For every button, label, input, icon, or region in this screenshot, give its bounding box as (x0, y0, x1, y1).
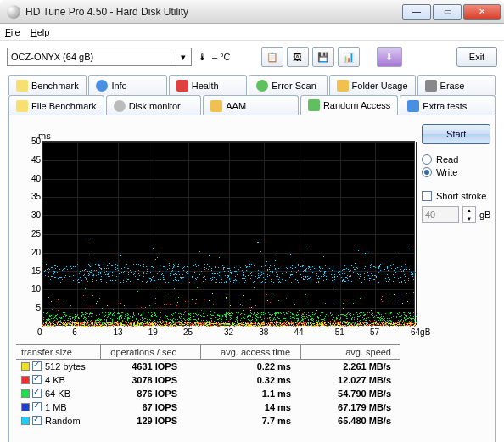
table-row: 64 KB876 IOPS1.1 ms54.790 MB/s (16, 387, 400, 400)
table-row: 1 MB67 IOPS14 ms67.179 MB/s (16, 400, 400, 414)
radio-read[interactable]: Read (422, 154, 490, 165)
row-checkbox[interactable] (32, 361, 42, 371)
table-row: 512 bytes4631 IOPS0.22 ms2.261 MB/s (16, 360, 400, 373)
save-button[interactable]: 💾 (312, 47, 334, 67)
tab-aam[interactable]: AAM (203, 95, 299, 115)
random-access-icon (308, 99, 320, 111)
titlebar[interactable]: HD Tune Pro 4.50 - Hard Disk Utility — ▭… (0, 0, 504, 24)
row-checkbox[interactable] (32, 416, 42, 425)
menu-file[interactable]: File (5, 27, 20, 37)
maximize-button[interactable]: ▭ (433, 4, 462, 20)
folder-icon (337, 80, 349, 92)
window-buttons: — ▭ ✕ (401, 4, 504, 20)
refresh-button[interactable]: ⬇ (377, 47, 402, 67)
th-transfer-size: transfer size (16, 345, 101, 359)
temperature-value: – °C (212, 52, 231, 62)
tab-folder-usage[interactable]: Folder Usage (329, 75, 416, 95)
tab-extra-tests[interactable]: Extra tests (400, 95, 496, 115)
settings-button[interactable]: 📊 (338, 47, 360, 67)
tab-info[interactable]: Info (88, 75, 166, 95)
tab-health[interactable]: Health (169, 75, 247, 95)
start-button[interactable]: Start (422, 124, 490, 144)
scatter-chart: 510152025303540455006131925323844515764g… (42, 141, 415, 326)
menu-help[interactable]: Help (31, 27, 50, 37)
tabs-row-2: File Benchmark Disk monitor AAM Random A… (0, 95, 504, 115)
th-operations: operations / sec (101, 345, 201, 359)
table-row: Random129 IOPS7.7 ms65.480 MB/s (16, 414, 400, 428)
tab-error-scan[interactable]: Error Scan (249, 75, 327, 95)
erase-icon (425, 80, 437, 92)
radio-icon (422, 167, 432, 177)
copy-text-button[interactable]: 📋 (261, 47, 283, 67)
app-icon (7, 5, 20, 19)
drive-select[interactable]: OCZ-ONYX (64 gB) ▾ (7, 48, 192, 66)
monitor-icon (114, 100, 126, 112)
tab-disk-monitor[interactable]: Disk monitor (106, 95, 202, 115)
minimize-button[interactable]: — (402, 4, 431, 20)
tab-file-benchmark[interactable]: File Benchmark (8, 95, 104, 115)
chevron-down-icon: ▾ (176, 49, 189, 64)
copy-image-button[interactable]: 🖼 (287, 47, 309, 67)
exit-button[interactable]: Exit (456, 47, 497, 67)
extra-tests-icon (407, 100, 419, 112)
side-controls: Start Read Write Short stroke ▲▼ gB (422, 120, 490, 428)
row-checkbox[interactable] (32, 389, 42, 398)
short-stroke-unit: gB (479, 210, 490, 220)
aam-icon (210, 100, 222, 112)
row-checkbox[interactable] (32, 402, 42, 411)
stepper[interactable]: ▲▼ (462, 206, 476, 223)
thermometer-icon: 🌡 (195, 48, 209, 66)
checkbox-short-stroke[interactable]: Short stroke (422, 191, 490, 201)
file-benchmark-icon (16, 100, 28, 112)
panel-random-access: ms 5101520253035404550061319253238445157… (8, 115, 496, 442)
row-checkbox[interactable] (32, 375, 42, 384)
benchmark-icon (16, 80, 28, 92)
radio-icon (422, 154, 432, 165)
drive-select-value: OCZ-ONYX (64 gB) (11, 52, 93, 62)
info-icon (96, 80, 108, 92)
checkbox-icon (422, 191, 432, 201)
window-title: HD Tune Pro 4.50 - Hard Disk Utility (25, 6, 188, 18)
menubar: File Help (0, 24, 504, 41)
tabs-row-1: Benchmark Info Health Error Scan Folder … (0, 75, 504, 95)
tab-erase[interactable]: Erase (417, 75, 496, 95)
results-table: transfer size operations / sec avg. acce… (16, 344, 400, 428)
short-stroke-input (422, 206, 459, 223)
close-button[interactable]: ✕ (463, 4, 501, 20)
toolbar: OCZ-ONYX (64 gB) ▾ 🌡 – °C 📋 🖼 💾 📊 ⬇ Exit (0, 41, 504, 73)
th-avg-speed: avg. speed (301, 345, 396, 359)
scan-icon (256, 80, 268, 92)
th-access-time: avg. access time (201, 345, 301, 359)
health-icon (176, 80, 188, 92)
tab-benchmark[interactable]: Benchmark (8, 75, 87, 95)
radio-write[interactable]: Write (422, 167, 490, 177)
table-row: 4 KB3078 IOPS0.32 ms12.027 MB/s (16, 373, 400, 387)
tab-random-access[interactable]: Random Access (300, 95, 398, 115)
